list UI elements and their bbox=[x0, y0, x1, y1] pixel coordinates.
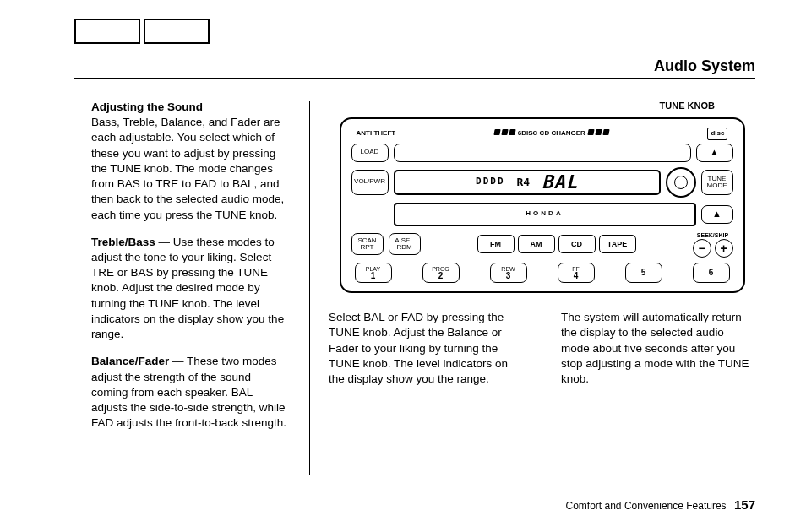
scan-rpt-button: SCAN RPT bbox=[351, 233, 384, 255]
load-button: LOAD bbox=[351, 144, 389, 162]
cd-logo-icon: disc bbox=[707, 128, 727, 140]
heading-adjusting-sound: Adjusting the Sound bbox=[91, 100, 203, 113]
column-divider-1 bbox=[309, 101, 310, 475]
seek-plus-button: + bbox=[715, 239, 733, 258]
cd-changer-label: 6DISC CD CHANGER bbox=[493, 129, 610, 138]
section-adjusting-sound: Adjusting the Sound Bass, Treble, Balanc… bbox=[91, 100, 291, 223]
cd-eject-button: ▲ bbox=[696, 144, 733, 162]
preset-3-button: REW3 bbox=[490, 263, 527, 283]
cassette-door: HONDA bbox=[394, 203, 696, 226]
display-preset: R4 bbox=[517, 175, 531, 190]
column-1: Adjusting the Sound Bass, Treble, Balanc… bbox=[91, 100, 291, 475]
anti-theft-label: ANTI THEFT bbox=[357, 129, 396, 138]
tape-eject-button: ▲ bbox=[701, 205, 733, 224]
asel-rdm-button: A.SEL RDM bbox=[389, 233, 421, 255]
tune-knob-callout: TUNE KNOB bbox=[329, 100, 755, 112]
tape-button: TAPE bbox=[599, 235, 636, 253]
para-auto-return: The system will automatically return the… bbox=[561, 310, 755, 387]
preset-6-button: 6 bbox=[693, 263, 730, 283]
preset-1-button: PLAY1 bbox=[355, 263, 392, 283]
seek-skip-label: SEEK/SKIP bbox=[697, 231, 728, 239]
tune-knob bbox=[666, 167, 696, 198]
footer-section: Comfort and Convenience Features bbox=[566, 500, 727, 512]
radio-display: DDDD R4 BAL bbox=[394, 170, 661, 195]
section-balance-fader: Balance/Fader — These two modes adjust t… bbox=[91, 354, 291, 431]
column-2: Select BAL or FAD by pressing the TUNE k… bbox=[329, 310, 523, 411]
header-rule bbox=[74, 78, 755, 79]
vol-pwr-button: VOL/PWR bbox=[351, 170, 389, 195]
para-select-bal-fad: Select BAL or FAD by pressing the TUNE k… bbox=[329, 310, 523, 387]
display-level-bars: DDDD bbox=[476, 176, 505, 188]
para-adjusting-sound: Bass, Treble, Balance, and Fader are eac… bbox=[91, 116, 284, 220]
right-area: TUNE KNOB ANTI THEFT 6DISC CD CHANGER di… bbox=[329, 100, 755, 475]
seek-minus-button: − bbox=[693, 239, 711, 258]
radio-faceplate: ANTI THEFT 6DISC CD CHANGER disc LOAD ▲ … bbox=[340, 117, 745, 293]
radio-figure: TUNE KNOB ANTI THEFT 6DISC CD CHANGER di… bbox=[329, 100, 755, 293]
cd-slot bbox=[394, 144, 691, 162]
preset-2-button: PROG2 bbox=[422, 263, 460, 283]
para-treble-bass: — Use these modes to adjust the tone to … bbox=[91, 236, 284, 340]
column-divider-2 bbox=[542, 310, 542, 411]
radio-top-strip: ANTI THEFT 6DISC CD CHANGER disc bbox=[351, 128, 733, 144]
page-title: Audio System bbox=[654, 56, 755, 76]
header-box-group bbox=[74, 19, 210, 44]
page-footer: Comfort and Convenience Features 157 bbox=[566, 497, 755, 513]
heading-treble-bass: Treble/Bass bbox=[91, 236, 155, 248]
display-mode: BAL bbox=[542, 170, 578, 195]
section-treble-bass: Treble/Bass — Use these modes to adjust … bbox=[91, 235, 291, 343]
preset-5-button: 5 bbox=[625, 263, 662, 283]
tune-mode-button: TUNE MODE bbox=[701, 170, 733, 195]
preset-4-button: FF4 bbox=[558, 263, 595, 283]
heading-balance-fader: Balance/Fader bbox=[91, 355, 169, 367]
cd-button: CD bbox=[558, 235, 596, 253]
header-box-1 bbox=[74, 19, 140, 44]
bottom-columns: Select BAL or FAD by pressing the TUNE k… bbox=[329, 310, 755, 411]
am-button: AM bbox=[518, 235, 555, 253]
column-3: The system will automatically return the… bbox=[561, 310, 755, 411]
content-area: Adjusting the Sound Bass, Treble, Balanc… bbox=[91, 100, 755, 475]
page-number: 157 bbox=[734, 497, 755, 512]
cd-changer-text: 6DISC CD CHANGER bbox=[518, 129, 585, 137]
header-box-2 bbox=[144, 19, 210, 44]
fm-button: FM bbox=[477, 235, 515, 253]
